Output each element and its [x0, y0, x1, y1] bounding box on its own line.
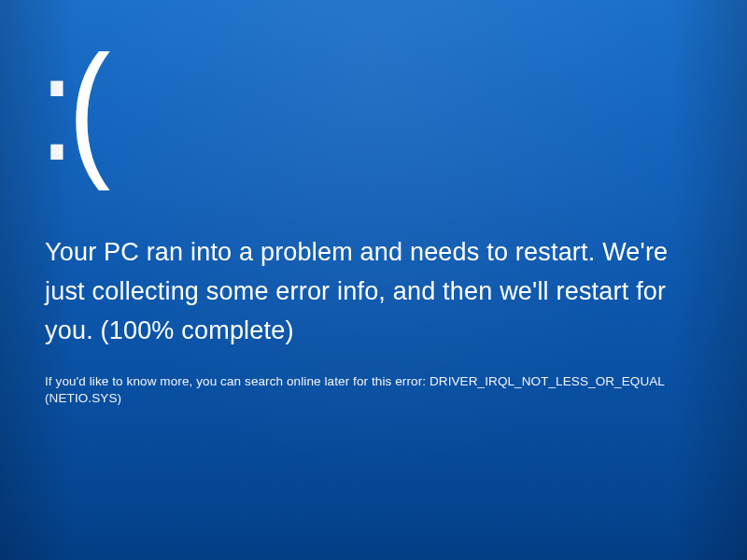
bsod-message: Your PC ran into a problem and needs to … [45, 233, 698, 351]
bsod-detail: If you'd like to know more, you can sear… [45, 373, 702, 409]
bsod-screen: :( Your PC ran into a problem and needs … [0, 0, 747, 560]
sad-face-icon: :( [39, 34, 603, 183]
